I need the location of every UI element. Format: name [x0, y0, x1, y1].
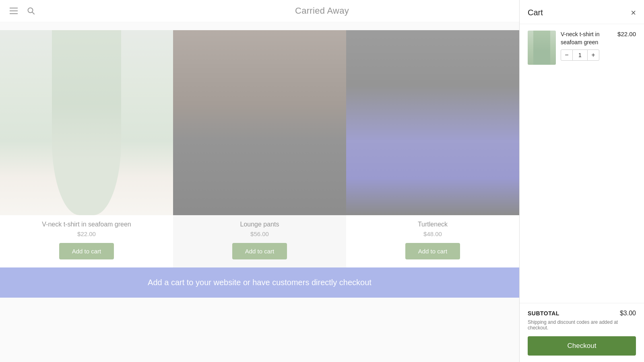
product-name-pants: Lounge pants [236, 221, 283, 228]
site-title: Carried Away [295, 6, 349, 16]
product-image-vneck [0, 30, 173, 215]
quantity-decrease-button[interactable]: − [561, 49, 573, 61]
cart-header: Cart × [520, 0, 644, 24]
footer-banner: Add a cart to your website or have custo… [0, 267, 519, 298]
quantity-value: 1 [573, 49, 587, 61]
product-image-turtleneck [346, 30, 519, 215]
product-image-tshirt [0, 30, 173, 215]
header-left-controls [8, 6, 36, 16]
menu-button[interactable] [8, 6, 19, 16]
product-price-turtleneck: $48.00 [423, 230, 442, 237]
svg-rect-0 [10, 8, 18, 8]
product-image-pants-visual [173, 30, 346, 215]
product-card-vneck: V-neck t-shirt in seafoam green $22.00 A… [0, 30, 173, 267]
footer-banner-text: Add a cart to your website or have custo… [148, 278, 372, 287]
product-card-pants: Lounge pants $56.00 Add to cart [173, 30, 346, 267]
product-card-turtleneck: Turtleneck $48.00 Add to cart [346, 30, 519, 267]
cart-item-info: V-neck t-shirt in seafoam green − 1 + [561, 31, 613, 61]
add-to-cart-button-vneck[interactable]: Add to cart [59, 243, 114, 259]
product-image-turtleneck-visual [346, 30, 519, 215]
cart-sidebar: Cart × V-neck t-shirt in seafoam green −… [519, 0, 644, 298]
search-icon [27, 7, 35, 14]
svg-rect-2 [10, 13, 18, 14]
product-price-vneck: $22.00 [77, 230, 96, 237]
cart-item-quantity-control: − 1 + [561, 49, 613, 61]
product-price-pants: $56.00 [250, 230, 269, 237]
menu-icon [10, 8, 18, 14]
cart-title: Cart [528, 8, 543, 17]
quantity-increase-button[interactable]: + [587, 49, 599, 61]
search-button[interactable] [26, 6, 36, 16]
cart-item: V-neck t-shirt in seafoam green − 1 + $2… [528, 31, 636, 65]
cart-items-container: V-neck t-shirt in seafoam green − 1 + $2… [520, 24, 644, 298]
add-to-cart-button-pants[interactable]: Add to cart [232, 243, 287, 259]
cart-close-button[interactable]: × [631, 8, 636, 17]
main-content: V-neck t-shirt in seafoam green $22.00 A… [0, 22, 519, 298]
product-name-turtleneck: Turtleneck [414, 221, 452, 228]
cart-item-name: V-neck t-shirt in seafoam green [561, 31, 613, 46]
product-grid: V-neck t-shirt in seafoam green $22.00 A… [0, 30, 519, 267]
cart-item-price: $22.00 [617, 31, 636, 37]
cart-item-thumbnail [528, 31, 556, 65]
product-name-vneck: V-neck t-shirt in seafoam green [38, 221, 135, 228]
svg-line-4 [32, 12, 34, 14]
add-to-cart-button-turtleneck[interactable]: Add to cart [405, 243, 460, 259]
svg-rect-1 [10, 10, 18, 11]
product-image-pants [173, 30, 346, 215]
